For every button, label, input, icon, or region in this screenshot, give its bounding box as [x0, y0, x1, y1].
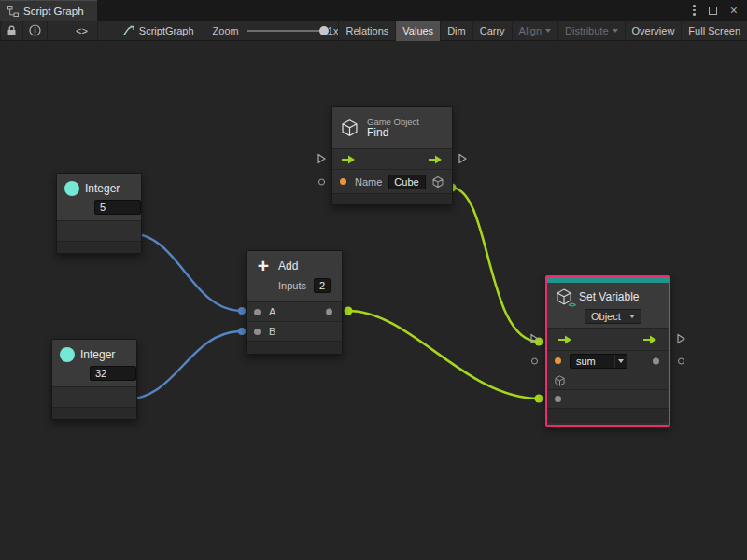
setvar-value-row[interactable]: [547, 389, 669, 408]
code-view-label: <>: [76, 25, 88, 36]
graph-icon: [7, 6, 19, 17]
graph-reference-label: ScriptGraph: [139, 25, 194, 36]
node-integer-2-header[interactable]: Integer 32: [52, 340, 136, 386]
sum-output-port[interactable]: [326, 309, 332, 315]
toolbar-button-overview[interactable]: Overview: [625, 21, 682, 41]
lock-button[interactable]: [0, 21, 23, 41]
add-input-a-row[interactable]: A: [247, 301, 342, 321]
zoom-slider[interactable]: [247, 21, 322, 41]
find-flow-row[interactable]: [332, 148, 452, 169]
node-title: Set Variable: [579, 290, 639, 303]
toolbar-button-relations[interactable]: Relations: [338, 21, 395, 41]
node-set-variable-header[interactable]: <> Set Variable Object: [547, 283, 669, 328]
chevron-down-icon: [614, 355, 627, 368]
toolbar-button-dim[interactable]: Dim: [440, 21, 472, 41]
toolbar-button-values[interactable]: Values: [395, 21, 440, 41]
value-output-port[interactable]: [653, 357, 659, 364]
name-outer-port[interactable]: [318, 178, 325, 185]
name-input-port[interactable]: [340, 178, 346, 185]
toolbar-button-fullscreen[interactable]: Full Screen: [681, 21, 747, 41]
flow-out-arrow-icon[interactable]: [429, 155, 443, 164]
maximize-icon[interactable]: [709, 7, 717, 15]
code-badge: <>: [569, 301, 575, 309]
node-title: Find: [367, 127, 419, 139]
chevron-down-icon: [629, 315, 635, 318]
node-integer-1[interactable]: Integer 5: [56, 173, 142, 254]
window-controls: ×: [693, 0, 747, 21]
node-integer-2[interactable]: Integer 32: [51, 339, 137, 420]
graph-canvas[interactable]: Integer 5 Integer 32 +: [0, 41, 747, 560]
port-a-input[interactable]: [254, 309, 261, 315]
flow-in-outer-port[interactable]: [317, 153, 326, 165]
flow-in-arrow-icon[interactable]: [342, 155, 356, 164]
chevron-down-icon: [613, 29, 618, 33]
find-name-row[interactable]: Name Cube: [332, 169, 452, 193]
toolbar-button-distribute[interactable]: Distribute: [557, 21, 624, 41]
zoom-label: Zoom: [213, 25, 239, 36]
flow-out-arrow-icon[interactable]: [643, 335, 657, 344]
integer-icon: [64, 181, 79, 196]
node-gameobject-find[interactable]: Game Object Find Name Cube: [331, 106, 453, 205]
inputs-count-field[interactable]: 2: [314, 278, 331, 293]
node-title: Integer: [85, 182, 120, 195]
value-input-port[interactable]: [555, 396, 561, 402]
toolbar-button-carry[interactable]: Carry: [472, 21, 512, 41]
node-find-header[interactable]: Game Object Find: [332, 107, 452, 148]
variable-cube-icon: <>: [555, 287, 573, 306]
value-outer-port[interactable]: [678, 357, 684, 364]
integer-output-port-row[interactable]: [57, 220, 141, 241]
flow-in-outer-port[interactable]: [530, 333, 539, 345]
name-value-field[interactable]: Cube: [388, 175, 426, 189]
integer-icon: [60, 347, 75, 362]
node-footer: [332, 193, 452, 204]
tab-script-graph[interactable]: Script Graph: [0, 0, 97, 21]
flow-out-outer-port[interactable]: [458, 153, 467, 165]
zoom-slider-handle[interactable]: [319, 26, 329, 35]
close-icon[interactable]: ×: [730, 6, 738, 15]
flow-out-outer-port[interactable]: [677, 333, 685, 345]
node-integer-1-header[interactable]: Integer 5: [57, 174, 141, 220]
node-footer: [547, 408, 669, 423]
integer-output-port-row[interactable]: [52, 386, 136, 407]
code-view-button[interactable]: <>: [66, 21, 98, 41]
zoom-slider-track: [247, 30, 322, 32]
node-set-variable[interactable]: <> Set Variable Object sum: [545, 275, 670, 427]
inspect-button[interactable]: [23, 21, 48, 41]
port-a-label: A: [269, 306, 275, 317]
toolbar-toggle-group: Relations Values Dim Carry Align Distrib…: [338, 21, 747, 41]
port-b-input[interactable]: [254, 329, 261, 335]
setvar-flow-row[interactable]: [547, 328, 669, 350]
graph-reference[interactable]: ScriptGraph: [122, 25, 194, 36]
node-add-header[interactable]: + Add Inputs 2: [247, 251, 342, 301]
variable-scope-dropdown[interactable]: Object: [585, 309, 641, 324]
cube-icon: [340, 118, 359, 138]
integer-value-field[interactable]: 5: [94, 200, 141, 215]
name-outer-port[interactable]: [531, 357, 538, 364]
inputs-label: Inputs: [278, 280, 306, 291]
script-graph-icon: [122, 25, 134, 36]
setvar-name-row[interactable]: sum: [547, 350, 669, 371]
name-field-label: Name: [355, 176, 382, 188]
setvar-object-row[interactable]: [547, 371, 669, 389]
node-footer: [52, 407, 136, 419]
name-input-port[interactable]: [555, 357, 561, 364]
variable-name: sum: [571, 356, 614, 367]
toolbar-button-align[interactable]: Align: [512, 21, 557, 41]
scope-label: Object: [591, 311, 621, 322]
lock-icon: [7, 25, 17, 36]
node-add[interactable]: + Add Inputs 2 A B: [246, 250, 343, 355]
variable-name-dropdown[interactable]: sum: [570, 354, 627, 369]
target-gameobject-port[interactable]: [554, 374, 566, 387]
node-footer: [247, 341, 342, 354]
titlebar: Script Graph ×: [0, 0, 747, 21]
add-icon: +: [254, 258, 273, 274]
chevron-down-icon: [545, 29, 551, 33]
flow-in-arrow-icon[interactable]: [558, 335, 572, 344]
integer-value-field[interactable]: 32: [90, 366, 136, 381]
info-icon: [29, 24, 41, 36]
window-menu-icon[interactable]: [693, 5, 696, 16]
gameobject-output-port[interactable]: [431, 175, 444, 189]
tab-title: Script Graph: [23, 6, 84, 17]
graph-toolbar: <> ScriptGraph Zoom 1x Relations Values …: [0, 21, 747, 41]
add-input-b-row[interactable]: B: [247, 321, 342, 341]
